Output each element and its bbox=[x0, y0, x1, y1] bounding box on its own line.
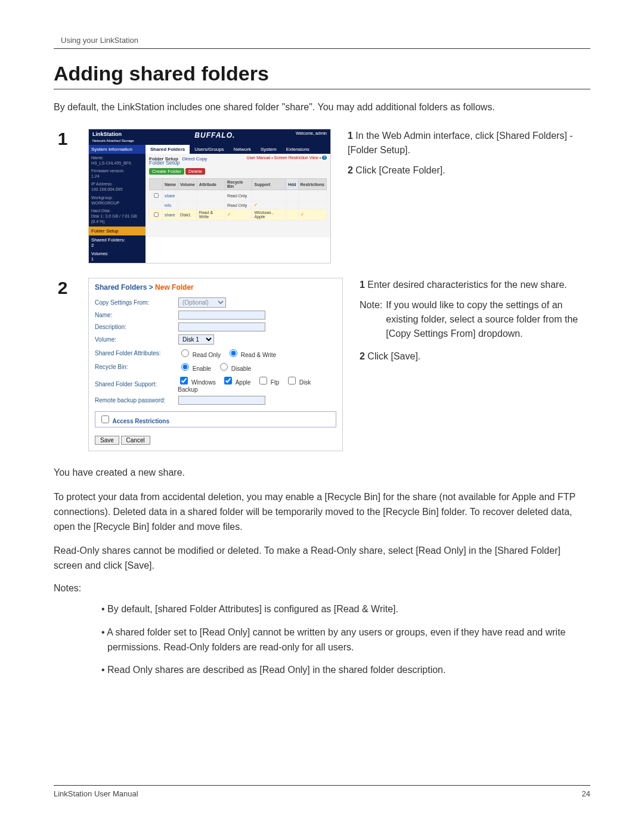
radio-read-only[interactable]: Read Only bbox=[178, 352, 221, 358]
chk-ftp[interactable]: Ftp bbox=[257, 379, 279, 386]
step-2-number: 2 bbox=[54, 279, 72, 297]
cell-rb: Read Only bbox=[225, 190, 252, 201]
created-paragraph: You have created a new share. bbox=[54, 466, 590, 480]
ar-checkbox[interactable] bbox=[101, 415, 109, 423]
tab-shared-folders[interactable]: Shared Folders bbox=[145, 145, 190, 154]
sfa-label: Shared Folder Attributes: bbox=[95, 350, 178, 356]
access-restrictions-toggle[interactable]: Access Restrictions bbox=[95, 411, 336, 427]
cell-attr: Read & Write bbox=[197, 209, 225, 221]
page-title: Adding shared folders bbox=[54, 62, 590, 89]
brand-logo: BUFFALO. bbox=[194, 131, 235, 143]
row-checkbox[interactable] bbox=[154, 212, 159, 217]
bc-shared-folders[interactable]: Shared Folders bbox=[95, 283, 147, 291]
table-row[interactable]: info Read Only ✓ bbox=[150, 201, 327, 209]
sb-ip-val: 192.168.004.095 bbox=[91, 187, 123, 191]
cell-name[interactable]: share bbox=[163, 190, 178, 201]
sidebar-sysinfo[interactable]: System Information bbox=[89, 145, 145, 154]
copy-settings-select[interactable]: (Optional) bbox=[178, 297, 226, 308]
page-header: Using your LinkStation bbox=[54, 36, 590, 49]
radio-read-write[interactable]: Read & Write bbox=[227, 352, 276, 358]
step2-note: Note: If you would like to copy the sett… bbox=[360, 298, 590, 341]
table-row[interactable]: share Disk1 Read & Write ✓ Windows , App… bbox=[150, 209, 327, 221]
remote-backup-password-input[interactable] bbox=[178, 396, 265, 405]
tab-network[interactable]: Network bbox=[229, 145, 256, 154]
note-1: • By default, [shared Folder Attributes]… bbox=[101, 602, 590, 617]
sb-sf-lbl: Shared Folders: bbox=[91, 237, 125, 243]
step1-line1: 1 In the Web Admin interface, click [Sha… bbox=[348, 129, 590, 157]
cell-res: ✓ bbox=[298, 209, 327, 221]
th-name: Name bbox=[163, 179, 178, 190]
cell-vol: Disk1 bbox=[178, 209, 197, 221]
cell-sup: Windows , Apple bbox=[252, 209, 286, 221]
welcome-text: Welcome, admin bbox=[296, 131, 327, 143]
th-vol: Volume bbox=[178, 179, 197, 190]
breadcrumb: Shared Folders > New Folder bbox=[95, 283, 336, 291]
folder-table: Name Volume Attribute Recycle Bin Suppor… bbox=[149, 178, 327, 221]
intro-paragraph: By default, the LinkStation includes one… bbox=[54, 100, 590, 114]
screenshot-2: Shared Folders > New Folder Copy Setting… bbox=[88, 278, 343, 451]
sb-name-val: HS_LS-CHL455_BF6 bbox=[91, 161, 131, 165]
th-sup: Support bbox=[252, 179, 286, 190]
tab-users-groups[interactable]: Users/Groups bbox=[190, 145, 228, 154]
footer-page-number: 24 bbox=[582, 789, 590, 798]
tab-bar: Shared Folders Users/Groups Network Syst… bbox=[145, 145, 330, 154]
th-res: Restrictions bbox=[298, 179, 327, 190]
sfs-label: Shared Folder Support: bbox=[95, 381, 178, 387]
app-title: LinkStation bbox=[92, 131, 122, 137]
sb-fw-lbl: Firmware version: bbox=[91, 169, 125, 173]
name-input[interactable] bbox=[178, 311, 265, 320]
radio-disable[interactable]: Disable bbox=[217, 365, 251, 372]
desc-label: Description: bbox=[95, 324, 178, 330]
cell-chk: ✓ bbox=[225, 209, 252, 221]
sidebar: System Information Name:HS_LS-CHL455_BF6… bbox=[89, 145, 145, 263]
crumb-direct-copy[interactable]: Direct Copy bbox=[182, 156, 208, 162]
sidebar-folder-setup[interactable]: Folder Setup bbox=[89, 227, 145, 235]
help-icon[interactable]: ? bbox=[322, 156, 327, 160]
rbp-label: Remote backup password: bbox=[95, 397, 178, 404]
tab-system[interactable]: System bbox=[256, 145, 281, 154]
chk-windows[interactable]: Windows bbox=[178, 379, 215, 386]
volume-select[interactable]: Disk 1 bbox=[178, 334, 214, 345]
folder-setup-heading: Folder Setup bbox=[149, 160, 327, 166]
cancel-button[interactable]: Cancel bbox=[121, 436, 150, 445]
save-button[interactable]: Save bbox=[95, 436, 119, 445]
sb-wg-val: WORKGROUP bbox=[91, 201, 119, 205]
sb-hdd-val: Disk 1: 3.0 GB / 7.01 GB (0.4 %) bbox=[91, 214, 137, 224]
sb-vol-val: 1 bbox=[91, 257, 94, 261]
readonly-paragraph: Read-Only shares cannot be modified or d… bbox=[54, 544, 590, 573]
bc-new-folder: New Folder bbox=[155, 283, 194, 291]
app-subtitle: Network Attached Storage bbox=[92, 139, 134, 142]
sb-vol-lbl: Volumes: bbox=[91, 252, 109, 256]
th-hdd: Hdd bbox=[286, 179, 298, 190]
sb-sf-val: 2 bbox=[91, 243, 94, 248]
desc-input[interactable] bbox=[178, 322, 265, 331]
step2-line2: 2 Click [Save]. bbox=[360, 349, 590, 364]
th-attr: Attribute bbox=[197, 179, 225, 190]
step-1-number: 1 bbox=[54, 130, 72, 148]
chk-apple[interactable]: Apple bbox=[222, 379, 250, 386]
radio-enable[interactable]: Enable bbox=[178, 365, 211, 372]
step1-line2: 2 Click [Create Folder]. bbox=[348, 163, 590, 178]
name-label: Name: bbox=[95, 312, 178, 318]
cell-sup: ✓ bbox=[252, 201, 286, 209]
delete-button[interactable]: Delete bbox=[185, 168, 205, 175]
footer-left: LinkStation User Manual bbox=[54, 789, 138, 798]
tab-extensions[interactable]: Extensions bbox=[281, 145, 314, 154]
protect-paragraph: To protect your data from accidental del… bbox=[54, 490, 590, 534]
page-footer: LinkStation User Manual 24 bbox=[54, 785, 590, 798]
sb-fw-val: 1.24 bbox=[91, 174, 100, 178]
th-chk bbox=[150, 179, 163, 190]
note-2: • A shared folder set to [Read Only] can… bbox=[101, 625, 590, 655]
th-rb: Recycle Bin bbox=[225, 179, 252, 190]
sb-ip-lbl: IP Address: bbox=[91, 182, 113, 186]
cell-name[interactable]: share bbox=[163, 209, 178, 221]
notes-heading: Notes: bbox=[54, 583, 590, 594]
step2-line1: 1 Enter desired characteristics for the … bbox=[360, 278, 590, 292]
sb-hdd-lbl: Hard Disk: bbox=[91, 209, 111, 213]
create-folder-button[interactable]: Create Folder bbox=[149, 168, 184, 175]
cell-name[interactable]: info bbox=[163, 201, 178, 209]
table-row[interactable]: share Read Only bbox=[150, 190, 327, 201]
row-checkbox[interactable] bbox=[154, 193, 159, 198]
sb-name-lbl: Name: bbox=[91, 156, 104, 160]
sb-wg-lbl: Workgroup: bbox=[91, 196, 113, 200]
